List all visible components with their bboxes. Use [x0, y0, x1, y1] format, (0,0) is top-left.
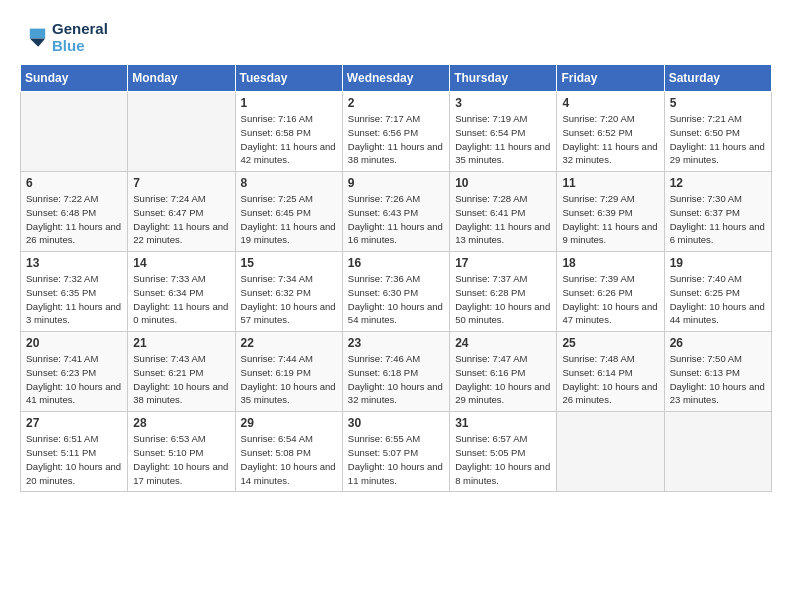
- calendar-cell: 12Sunrise: 7:30 AMSunset: 6:37 PMDayligh…: [664, 172, 771, 252]
- day-info: Sunrise: 7:22 AMSunset: 6:48 PMDaylight:…: [26, 192, 122, 247]
- day-number: 3: [455, 96, 551, 110]
- day-info: Sunrise: 7:33 AMSunset: 6:34 PMDaylight:…: [133, 272, 229, 327]
- calendar-cell: 31Sunrise: 6:57 AMSunset: 5:05 PMDayligh…: [450, 412, 557, 492]
- calendar-cell: 15Sunrise: 7:34 AMSunset: 6:32 PMDayligh…: [235, 252, 342, 332]
- day-info: Sunrise: 7:25 AMSunset: 6:45 PMDaylight:…: [241, 192, 337, 247]
- day-info: Sunrise: 7:50 AMSunset: 6:13 PMDaylight:…: [670, 352, 766, 407]
- calendar-cell: 30Sunrise: 6:55 AMSunset: 5:07 PMDayligh…: [342, 412, 449, 492]
- day-info: Sunrise: 7:44 AMSunset: 6:19 PMDaylight:…: [241, 352, 337, 407]
- day-number: 11: [562, 176, 658, 190]
- day-number: 6: [26, 176, 122, 190]
- day-info: Sunrise: 7:17 AMSunset: 6:56 PMDaylight:…: [348, 112, 444, 167]
- day-number: 17: [455, 256, 551, 270]
- day-number: 28: [133, 416, 229, 430]
- day-info: Sunrise: 7:24 AMSunset: 6:47 PMDaylight:…: [133, 192, 229, 247]
- day-info: Sunrise: 6:57 AMSunset: 5:05 PMDaylight:…: [455, 432, 551, 487]
- calendar-cell: 7Sunrise: 7:24 AMSunset: 6:47 PMDaylight…: [128, 172, 235, 252]
- col-header-thursday: Thursday: [450, 65, 557, 92]
- col-header-wednesday: Wednesday: [342, 65, 449, 92]
- day-number: 13: [26, 256, 122, 270]
- calendar-cell: 18Sunrise: 7:39 AMSunset: 6:26 PMDayligh…: [557, 252, 664, 332]
- calendar-cell: 24Sunrise: 7:47 AMSunset: 6:16 PMDayligh…: [450, 332, 557, 412]
- calendar-cell: 9Sunrise: 7:26 AMSunset: 6:43 PMDaylight…: [342, 172, 449, 252]
- day-number: 25: [562, 336, 658, 350]
- calendar-week-row: 13Sunrise: 7:32 AMSunset: 6:35 PMDayligh…: [21, 252, 772, 332]
- calendar-cell: 6Sunrise: 7:22 AMSunset: 6:48 PMDaylight…: [21, 172, 128, 252]
- day-number: 22: [241, 336, 337, 350]
- day-number: 10: [455, 176, 551, 190]
- col-header-friday: Friday: [557, 65, 664, 92]
- day-info: Sunrise: 7:19 AMSunset: 6:54 PMDaylight:…: [455, 112, 551, 167]
- day-number: 14: [133, 256, 229, 270]
- day-info: Sunrise: 7:29 AMSunset: 6:39 PMDaylight:…: [562, 192, 658, 247]
- day-info: Sunrise: 7:16 AMSunset: 6:58 PMDaylight:…: [241, 112, 337, 167]
- calendar-cell: 28Sunrise: 6:53 AMSunset: 5:10 PMDayligh…: [128, 412, 235, 492]
- calendar-cell: [21, 92, 128, 172]
- calendar-cell: [557, 412, 664, 492]
- day-info: Sunrise: 7:36 AMSunset: 6:30 PMDaylight:…: [348, 272, 444, 327]
- day-number: 27: [26, 416, 122, 430]
- day-number: 5: [670, 96, 766, 110]
- day-number: 26: [670, 336, 766, 350]
- day-info: Sunrise: 7:46 AMSunset: 6:18 PMDaylight:…: [348, 352, 444, 407]
- calendar-cell: 8Sunrise: 7:25 AMSunset: 6:45 PMDaylight…: [235, 172, 342, 252]
- col-header-saturday: Saturday: [664, 65, 771, 92]
- day-info: Sunrise: 7:21 AMSunset: 6:50 PMDaylight:…: [670, 112, 766, 167]
- day-info: Sunrise: 7:47 AMSunset: 6:16 PMDaylight:…: [455, 352, 551, 407]
- day-number: 7: [133, 176, 229, 190]
- calendar-cell: 1Sunrise: 7:16 AMSunset: 6:58 PMDaylight…: [235, 92, 342, 172]
- calendar-cell: 11Sunrise: 7:29 AMSunset: 6:39 PMDayligh…: [557, 172, 664, 252]
- day-number: 24: [455, 336, 551, 350]
- calendar-cell: 23Sunrise: 7:46 AMSunset: 6:18 PMDayligh…: [342, 332, 449, 412]
- col-header-sunday: Sunday: [21, 65, 128, 92]
- calendar-cell: 14Sunrise: 7:33 AMSunset: 6:34 PMDayligh…: [128, 252, 235, 332]
- calendar-cell: 27Sunrise: 6:51 AMSunset: 5:11 PMDayligh…: [21, 412, 128, 492]
- day-info: Sunrise: 7:41 AMSunset: 6:23 PMDaylight:…: [26, 352, 122, 407]
- day-info: Sunrise: 7:28 AMSunset: 6:41 PMDaylight:…: [455, 192, 551, 247]
- logo-icon: [20, 23, 48, 51]
- day-info: Sunrise: 7:43 AMSunset: 6:21 PMDaylight:…: [133, 352, 229, 407]
- day-number: 30: [348, 416, 444, 430]
- col-header-tuesday: Tuesday: [235, 65, 342, 92]
- calendar-cell: 21Sunrise: 7:43 AMSunset: 6:21 PMDayligh…: [128, 332, 235, 412]
- day-number: 23: [348, 336, 444, 350]
- calendar-cell: 25Sunrise: 7:48 AMSunset: 6:14 PMDayligh…: [557, 332, 664, 412]
- day-number: 16: [348, 256, 444, 270]
- day-number: 18: [562, 256, 658, 270]
- calendar-table: SundayMondayTuesdayWednesdayThursdayFrid…: [20, 64, 772, 492]
- calendar-cell: 3Sunrise: 7:19 AMSunset: 6:54 PMDaylight…: [450, 92, 557, 172]
- day-number: 20: [26, 336, 122, 350]
- calendar-cell: 10Sunrise: 7:28 AMSunset: 6:41 PMDayligh…: [450, 172, 557, 252]
- logo-text: General Blue: [52, 20, 108, 54]
- day-number: 21: [133, 336, 229, 350]
- day-number: 8: [241, 176, 337, 190]
- day-info: Sunrise: 7:39 AMSunset: 6:26 PMDaylight:…: [562, 272, 658, 327]
- day-info: Sunrise: 6:54 AMSunset: 5:08 PMDaylight:…: [241, 432, 337, 487]
- calendar-week-row: 6Sunrise: 7:22 AMSunset: 6:48 PMDaylight…: [21, 172, 772, 252]
- day-number: 9: [348, 176, 444, 190]
- calendar-cell: 5Sunrise: 7:21 AMSunset: 6:50 PMDaylight…: [664, 92, 771, 172]
- day-info: Sunrise: 6:51 AMSunset: 5:11 PMDaylight:…: [26, 432, 122, 487]
- day-number: 4: [562, 96, 658, 110]
- svg-marker-0: [30, 29, 45, 39]
- day-number: 15: [241, 256, 337, 270]
- day-number: 1: [241, 96, 337, 110]
- day-info: Sunrise: 6:55 AMSunset: 5:07 PMDaylight:…: [348, 432, 444, 487]
- calendar-header-row: SundayMondayTuesdayWednesdayThursdayFrid…: [21, 65, 772, 92]
- calendar-cell: 26Sunrise: 7:50 AMSunset: 6:13 PMDayligh…: [664, 332, 771, 412]
- calendar-week-row: 27Sunrise: 6:51 AMSunset: 5:11 PMDayligh…: [21, 412, 772, 492]
- day-info: Sunrise: 7:40 AMSunset: 6:25 PMDaylight:…: [670, 272, 766, 327]
- day-info: Sunrise: 7:20 AMSunset: 6:52 PMDaylight:…: [562, 112, 658, 167]
- calendar-cell: 2Sunrise: 7:17 AMSunset: 6:56 PMDaylight…: [342, 92, 449, 172]
- day-info: Sunrise: 7:48 AMSunset: 6:14 PMDaylight:…: [562, 352, 658, 407]
- calendar-cell: 4Sunrise: 7:20 AMSunset: 6:52 PMDaylight…: [557, 92, 664, 172]
- calendar-week-row: 1Sunrise: 7:16 AMSunset: 6:58 PMDaylight…: [21, 92, 772, 172]
- calendar-cell: 16Sunrise: 7:36 AMSunset: 6:30 PMDayligh…: [342, 252, 449, 332]
- day-info: Sunrise: 7:34 AMSunset: 6:32 PMDaylight:…: [241, 272, 337, 327]
- day-number: 12: [670, 176, 766, 190]
- day-info: Sunrise: 7:37 AMSunset: 6:28 PMDaylight:…: [455, 272, 551, 327]
- svg-marker-1: [30, 38, 45, 46]
- calendar-week-row: 20Sunrise: 7:41 AMSunset: 6:23 PMDayligh…: [21, 332, 772, 412]
- calendar-cell: 29Sunrise: 6:54 AMSunset: 5:08 PMDayligh…: [235, 412, 342, 492]
- logo: General Blue: [20, 20, 108, 54]
